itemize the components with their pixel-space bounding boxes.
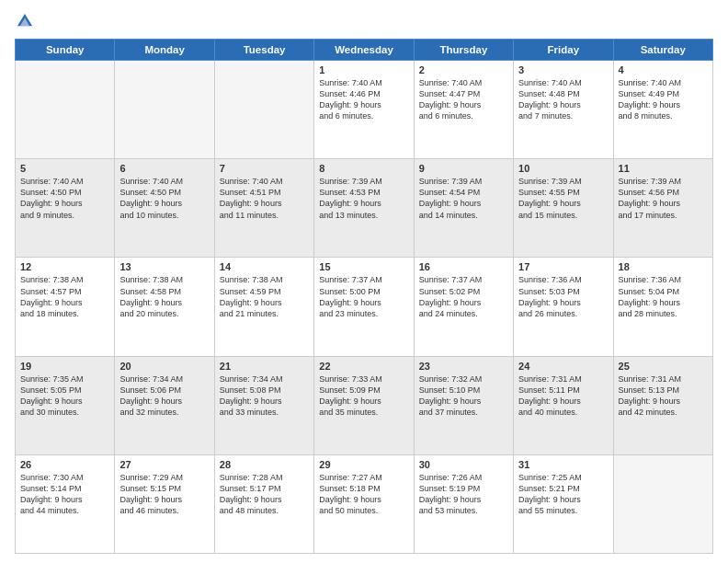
day-number: 26 <box>20 459 109 470</box>
day-number: 19 <box>20 361 109 372</box>
calendar-cell: 12Sunrise: 7:38 AMSunset: 4:57 PMDayligh… <box>16 258 115 356</box>
cell-info: Sunrise: 7:39 AMSunset: 4:55 PMDaylight:… <box>518 176 608 221</box>
day-number: 17 <box>518 261 608 272</box>
logo <box>15 11 37 31</box>
day-number: 16 <box>419 261 508 272</box>
weekday-header-row: SundayMondayTuesdayWednesdayThursdayFrid… <box>16 40 713 61</box>
day-number: 7 <box>220 163 309 174</box>
calendar-cell: 14Sunrise: 7:38 AMSunset: 4:59 PMDayligh… <box>214 258 313 356</box>
weekday-header-cell: Thursday <box>414 40 513 61</box>
day-number: 24 <box>518 361 608 372</box>
day-number: 22 <box>319 361 408 372</box>
calendar-row: 26Sunrise: 7:30 AMSunset: 5:14 PMDayligh… <box>16 454 713 553</box>
calendar-cell: 10Sunrise: 7:39 AMSunset: 4:55 PMDayligh… <box>514 159 613 258</box>
calendar-row: 5Sunrise: 7:40 AMSunset: 4:50 PMDaylight… <box>16 159 713 258</box>
calendar-cell: 20Sunrise: 7:34 AMSunset: 5:06 PMDayligh… <box>115 356 214 454</box>
day-number: 4 <box>619 64 708 75</box>
day-number: 25 <box>619 361 708 372</box>
calendar-cell: 6Sunrise: 7:40 AMSunset: 4:50 PMDaylight… <box>115 159 214 258</box>
weekday-header-cell: Tuesday <box>214 40 313 61</box>
cell-info: Sunrise: 7:29 AMSunset: 5:15 PMDaylight:… <box>119 472 209 517</box>
cell-info: Sunrise: 7:31 AMSunset: 5:13 PMDaylight:… <box>619 373 708 419</box>
calendar-cell: 29Sunrise: 7:27 AMSunset: 5:18 PMDayligh… <box>314 454 414 553</box>
calendar-row: 12Sunrise: 7:38 AMSunset: 4:57 PMDayligh… <box>16 258 713 356</box>
calendar-cell: 5Sunrise: 7:40 AMSunset: 4:50 PMDaylight… <box>16 159 115 258</box>
cell-info: Sunrise: 7:40 AMSunset: 4:48 PMDaylight:… <box>518 77 608 122</box>
day-number: 6 <box>119 163 209 174</box>
day-number: 11 <box>619 163 708 174</box>
calendar-cell: 2Sunrise: 7:40 AMSunset: 4:47 PMDaylight… <box>414 61 513 159</box>
cell-info: Sunrise: 7:39 AMSunset: 4:56 PMDaylight:… <box>619 176 708 221</box>
calendar-cell: 8Sunrise: 7:39 AMSunset: 4:53 PMDaylight… <box>314 159 414 258</box>
header <box>15 11 713 31</box>
weekday-header-cell: Friday <box>514 40 613 61</box>
cell-info: Sunrise: 7:38 AMSunset: 4:59 PMDaylight:… <box>220 274 309 319</box>
cell-info: Sunrise: 7:40 AMSunset: 4:50 PMDaylight:… <box>20 176 109 221</box>
calendar-cell: 18Sunrise: 7:36 AMSunset: 5:04 PMDayligh… <box>613 258 712 356</box>
weekday-header-cell: Saturday <box>613 40 712 61</box>
day-number: 27 <box>119 459 209 470</box>
calendar-body: 1Sunrise: 7:40 AMSunset: 4:46 PMDaylight… <box>16 61 713 554</box>
cell-info: Sunrise: 7:31 AMSunset: 5:11 PMDaylight:… <box>518 373 608 419</box>
calendar-cell: 30Sunrise: 7:26 AMSunset: 5:19 PMDayligh… <box>414 454 513 553</box>
calendar-cell: 13Sunrise: 7:38 AMSunset: 4:58 PMDayligh… <box>115 258 214 356</box>
day-number: 14 <box>220 261 309 272</box>
weekday-header-cell: Sunday <box>16 40 115 61</box>
calendar-cell: 22Sunrise: 7:33 AMSunset: 5:09 PMDayligh… <box>314 356 414 454</box>
calendar-cell <box>613 454 712 553</box>
cell-info: Sunrise: 7:39 AMSunset: 4:53 PMDaylight:… <box>319 176 408 221</box>
cell-info: Sunrise: 7:35 AMSunset: 5:05 PMDaylight:… <box>20 373 109 419</box>
weekday-header-cell: Wednesday <box>314 40 414 61</box>
weekday-header-cell: Monday <box>115 40 214 61</box>
calendar-cell: 23Sunrise: 7:32 AMSunset: 5:10 PMDayligh… <box>414 356 513 454</box>
calendar-cell: 21Sunrise: 7:34 AMSunset: 5:08 PMDayligh… <box>214 356 313 454</box>
day-number: 3 <box>518 64 608 75</box>
day-number: 21 <box>220 361 309 372</box>
day-number: 29 <box>319 459 408 470</box>
calendar-cell <box>16 61 115 159</box>
cell-info: Sunrise: 7:36 AMSunset: 5:04 PMDaylight:… <box>619 274 708 319</box>
day-number: 12 <box>20 261 109 272</box>
cell-info: Sunrise: 7:40 AMSunset: 4:50 PMDaylight:… <box>119 176 209 221</box>
day-number: 20 <box>119 361 209 372</box>
cell-info: Sunrise: 7:37 AMSunset: 5:00 PMDaylight:… <box>319 274 408 319</box>
cell-info: Sunrise: 7:40 AMSunset: 4:49 PMDaylight:… <box>619 77 708 122</box>
cell-info: Sunrise: 7:25 AMSunset: 5:21 PMDaylight:… <box>518 472 608 517</box>
day-number: 1 <box>319 64 408 75</box>
day-number: 10 <box>518 163 608 174</box>
day-number: 8 <box>319 163 408 174</box>
calendar-cell: 25Sunrise: 7:31 AMSunset: 5:13 PMDayligh… <box>613 356 712 454</box>
calendar-cell: 11Sunrise: 7:39 AMSunset: 4:56 PMDayligh… <box>613 159 712 258</box>
day-number: 30 <box>419 459 508 470</box>
cell-info: Sunrise: 7:40 AMSunset: 4:46 PMDaylight:… <box>319 77 408 122</box>
day-number: 9 <box>419 163 508 174</box>
cell-info: Sunrise: 7:38 AMSunset: 4:57 PMDaylight:… <box>20 274 109 319</box>
calendar-cell: 24Sunrise: 7:31 AMSunset: 5:11 PMDayligh… <box>514 356 613 454</box>
cell-info: Sunrise: 7:37 AMSunset: 5:02 PMDaylight:… <box>419 274 508 319</box>
cell-info: Sunrise: 7:27 AMSunset: 5:18 PMDaylight:… <box>319 472 408 517</box>
cell-info: Sunrise: 7:26 AMSunset: 5:19 PMDaylight:… <box>419 472 508 517</box>
calendar-cell <box>214 61 313 159</box>
calendar-cell: 9Sunrise: 7:39 AMSunset: 4:54 PMDaylight… <box>414 159 513 258</box>
calendar-cell: 27Sunrise: 7:29 AMSunset: 5:15 PMDayligh… <box>115 454 214 553</box>
cell-info: Sunrise: 7:34 AMSunset: 5:08 PMDaylight:… <box>220 373 309 419</box>
calendar-cell: 7Sunrise: 7:40 AMSunset: 4:51 PMDaylight… <box>214 159 313 258</box>
cell-info: Sunrise: 7:30 AMSunset: 5:14 PMDaylight:… <box>20 472 109 517</box>
cell-info: Sunrise: 7:36 AMSunset: 5:03 PMDaylight:… <box>518 274 608 319</box>
day-number: 5 <box>20 163 109 174</box>
calendar-table: SundayMondayTuesdayWednesdayThursdayFrid… <box>15 39 713 554</box>
calendar-row: 19Sunrise: 7:35 AMSunset: 5:05 PMDayligh… <box>16 356 713 454</box>
day-number: 28 <box>220 459 309 470</box>
calendar-cell: 19Sunrise: 7:35 AMSunset: 5:05 PMDayligh… <box>16 356 115 454</box>
page: SundayMondayTuesdayWednesdayThursdayFrid… <box>0 0 728 563</box>
calendar-cell: 1Sunrise: 7:40 AMSunset: 4:46 PMDaylight… <box>314 61 414 159</box>
cell-info: Sunrise: 7:39 AMSunset: 4:54 PMDaylight:… <box>419 176 508 221</box>
calendar-cell: 3Sunrise: 7:40 AMSunset: 4:48 PMDaylight… <box>514 61 613 159</box>
day-number: 15 <box>319 261 408 272</box>
cell-info: Sunrise: 7:33 AMSunset: 5:09 PMDaylight:… <box>319 373 408 419</box>
cell-info: Sunrise: 7:40 AMSunset: 4:51 PMDaylight:… <box>220 176 309 221</box>
day-number: 23 <box>419 361 508 372</box>
calendar-cell <box>115 61 214 159</box>
day-number: 18 <box>619 261 708 272</box>
day-number: 2 <box>419 64 508 75</box>
